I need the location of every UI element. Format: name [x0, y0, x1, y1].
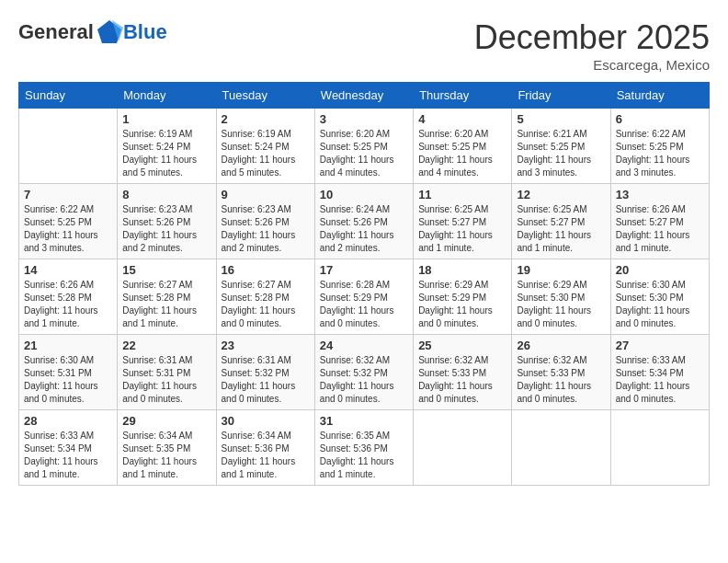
- logo-icon: [96, 18, 123, 46]
- day-number: 11: [418, 188, 506, 201]
- calendar-cell: 31Sunrise: 6:35 AM Sunset: 5:36 PM Dayli…: [314, 410, 413, 486]
- week-row-1: 1Sunrise: 6:19 AM Sunset: 5:24 PM Daylig…: [19, 109, 710, 184]
- calendar-cell: 25Sunrise: 6:32 AM Sunset: 5:33 PM Dayli…: [414, 335, 512, 410]
- day-detail: Sunrise: 6:34 AM Sunset: 5:35 PM Dayligh…: [122, 430, 210, 481]
- calendar-cell: [610, 410, 709, 486]
- month-title: December 2025: [474, 18, 710, 57]
- day-detail: Sunrise: 6:30 AM Sunset: 5:31 PM Dayligh…: [24, 354, 112, 406]
- calendar-cell: 9Sunrise: 6:23 AM Sunset: 5:26 PM Daylig…: [216, 184, 314, 259]
- calendar-cell: 14Sunrise: 6:26 AM Sunset: 5:28 PM Dayli…: [19, 259, 118, 335]
- page-header: General Blue December 2025 Escarcega, Me…: [18, 18, 710, 73]
- day-number: 21: [24, 339, 112, 352]
- day-number: 27: [616, 339, 704, 352]
- calendar: SundayMondayTuesdayWednesdayThursdayFrid…: [18, 82, 710, 486]
- day-number: 10: [320, 188, 408, 201]
- day-number: 15: [122, 263, 210, 277]
- day-detail: Sunrise: 6:27 AM Sunset: 5:28 PM Dayligh…: [222, 279, 310, 330]
- calendar-cell: 18Sunrise: 6:29 AM Sunset: 5:29 PM Dayli…: [414, 259, 512, 335]
- calendar-cell: 20Sunrise: 6:30 AM Sunset: 5:30 PM Dayli…: [610, 259, 709, 335]
- day-detail: Sunrise: 6:32 AM Sunset: 5:33 PM Dayligh…: [418, 354, 506, 406]
- day-number: 25: [418, 339, 506, 352]
- weekday-header-wednesday: Wednesday: [314, 83, 413, 109]
- calendar-cell: [414, 410, 512, 486]
- calendar-cell: 10Sunrise: 6:24 AM Sunset: 5:26 PM Dayli…: [314, 184, 413, 259]
- weekday-header-sunday: Sunday: [19, 83, 118, 109]
- day-detail: Sunrise: 6:28 AM Sunset: 5:29 PM Dayligh…: [320, 279, 408, 330]
- day-detail: Sunrise: 6:19 AM Sunset: 5:24 PM Dayligh…: [222, 128, 310, 179]
- calendar-cell: 30Sunrise: 6:34 AM Sunset: 5:36 PM Dayli…: [216, 410, 314, 486]
- day-number: 5: [517, 112, 605, 126]
- weekday-header-thursday: Thursday: [414, 83, 512, 109]
- logo-blue: Blue: [123, 20, 167, 44]
- day-detail: Sunrise: 6:21 AM Sunset: 5:25 PM Dayligh…: [517, 128, 605, 179]
- calendar-cell: 2Sunrise: 6:19 AM Sunset: 5:24 PM Daylig…: [216, 109, 314, 184]
- day-detail: Sunrise: 6:26 AM Sunset: 5:27 PM Dayligh…: [616, 203, 704, 255]
- calendar-cell: 27Sunrise: 6:33 AM Sunset: 5:34 PM Dayli…: [610, 335, 709, 410]
- calendar-cell: 6Sunrise: 6:22 AM Sunset: 5:25 PM Daylig…: [610, 109, 709, 184]
- logo: General Blue: [18, 18, 167, 46]
- day-detail: Sunrise: 6:24 AM Sunset: 5:26 PM Dayligh…: [320, 203, 408, 255]
- day-detail: Sunrise: 6:30 AM Sunset: 5:30 PM Dayligh…: [616, 279, 704, 330]
- day-detail: Sunrise: 6:33 AM Sunset: 5:34 PM Dayligh…: [24, 430, 112, 481]
- day-detail: Sunrise: 6:33 AM Sunset: 5:34 PM Dayligh…: [616, 354, 704, 406]
- weekday-header-monday: Monday: [118, 83, 216, 109]
- calendar-cell: 16Sunrise: 6:27 AM Sunset: 5:28 PM Dayli…: [216, 259, 314, 335]
- day-number: 19: [517, 263, 605, 277]
- day-detail: Sunrise: 6:29 AM Sunset: 5:30 PM Dayligh…: [517, 279, 605, 330]
- day-detail: Sunrise: 6:31 AM Sunset: 5:32 PM Dayligh…: [222, 354, 310, 406]
- calendar-cell: 22Sunrise: 6:31 AM Sunset: 5:31 PM Dayli…: [118, 335, 216, 410]
- calendar-cell: 11Sunrise: 6:25 AM Sunset: 5:27 PM Dayli…: [414, 184, 512, 259]
- calendar-cell: 29Sunrise: 6:34 AM Sunset: 5:35 PM Dayli…: [118, 410, 216, 486]
- day-detail: Sunrise: 6:25 AM Sunset: 5:27 PM Dayligh…: [517, 203, 605, 255]
- day-number: 3: [320, 112, 408, 126]
- title-area: December 2025 Escarcega, Mexico: [474, 18, 710, 73]
- calendar-cell: 8Sunrise: 6:23 AM Sunset: 5:26 PM Daylig…: [118, 184, 216, 259]
- weekday-header-row: SundayMondayTuesdayWednesdayThursdayFrid…: [19, 83, 710, 109]
- day-number: 29: [122, 414, 210, 428]
- week-row-4: 21Sunrise: 6:30 AM Sunset: 5:31 PM Dayli…: [19, 335, 710, 410]
- calendar-cell: 12Sunrise: 6:25 AM Sunset: 5:27 PM Dayli…: [512, 184, 610, 259]
- day-detail: Sunrise: 6:22 AM Sunset: 5:25 PM Dayligh…: [24, 203, 112, 255]
- calendar-cell: 28Sunrise: 6:33 AM Sunset: 5:34 PM Dayli…: [19, 410, 118, 486]
- day-number: 31: [320, 414, 408, 428]
- day-number: 9: [222, 188, 310, 201]
- day-detail: Sunrise: 6:34 AM Sunset: 5:36 PM Dayligh…: [222, 430, 310, 481]
- day-number: 12: [517, 188, 605, 201]
- calendar-cell: 24Sunrise: 6:32 AM Sunset: 5:32 PM Dayli…: [314, 335, 413, 410]
- day-number: 14: [24, 263, 112, 277]
- calendar-cell: 17Sunrise: 6:28 AM Sunset: 5:29 PM Dayli…: [314, 259, 413, 335]
- day-number: 24: [320, 339, 408, 352]
- day-number: 22: [122, 339, 210, 352]
- day-detail: Sunrise: 6:22 AM Sunset: 5:25 PM Dayligh…: [616, 128, 704, 179]
- calendar-cell: [19, 109, 118, 184]
- day-number: 28: [24, 414, 112, 428]
- day-number: 18: [418, 263, 506, 277]
- day-detail: Sunrise: 6:32 AM Sunset: 5:33 PM Dayligh…: [517, 354, 605, 406]
- calendar-cell: [512, 410, 610, 486]
- day-detail: Sunrise: 6:35 AM Sunset: 5:36 PM Dayligh…: [320, 430, 408, 481]
- day-number: 6: [616, 112, 704, 126]
- day-number: 8: [122, 188, 210, 201]
- day-number: 13: [616, 188, 704, 201]
- logo-general: General: [18, 20, 94, 44]
- day-number: 20: [616, 263, 704, 277]
- calendar-cell: 3Sunrise: 6:20 AM Sunset: 5:25 PM Daylig…: [314, 109, 413, 184]
- day-detail: Sunrise: 6:19 AM Sunset: 5:24 PM Dayligh…: [122, 128, 210, 179]
- day-number: 7: [24, 188, 112, 201]
- weekday-header-tuesday: Tuesday: [216, 83, 314, 109]
- day-number: 26: [517, 339, 605, 352]
- calendar-cell: 15Sunrise: 6:27 AM Sunset: 5:28 PM Dayli…: [118, 259, 216, 335]
- day-number: 2: [222, 112, 310, 126]
- day-number: 4: [418, 112, 506, 126]
- week-row-5: 28Sunrise: 6:33 AM Sunset: 5:34 PM Dayli…: [19, 410, 710, 486]
- weekday-header-saturday: Saturday: [610, 83, 709, 109]
- weekday-header-friday: Friday: [512, 83, 610, 109]
- location: Escarcega, Mexico: [474, 57, 710, 73]
- day-number: 23: [222, 339, 310, 352]
- day-detail: Sunrise: 6:31 AM Sunset: 5:31 PM Dayligh…: [122, 354, 210, 406]
- day-detail: Sunrise: 6:23 AM Sunset: 5:26 PM Dayligh…: [222, 203, 310, 255]
- day-number: 1: [122, 112, 210, 126]
- day-detail: Sunrise: 6:27 AM Sunset: 5:28 PM Dayligh…: [122, 279, 210, 330]
- day-detail: Sunrise: 6:20 AM Sunset: 5:25 PM Dayligh…: [418, 128, 506, 179]
- week-row-2: 7Sunrise: 6:22 AM Sunset: 5:25 PM Daylig…: [19, 184, 710, 259]
